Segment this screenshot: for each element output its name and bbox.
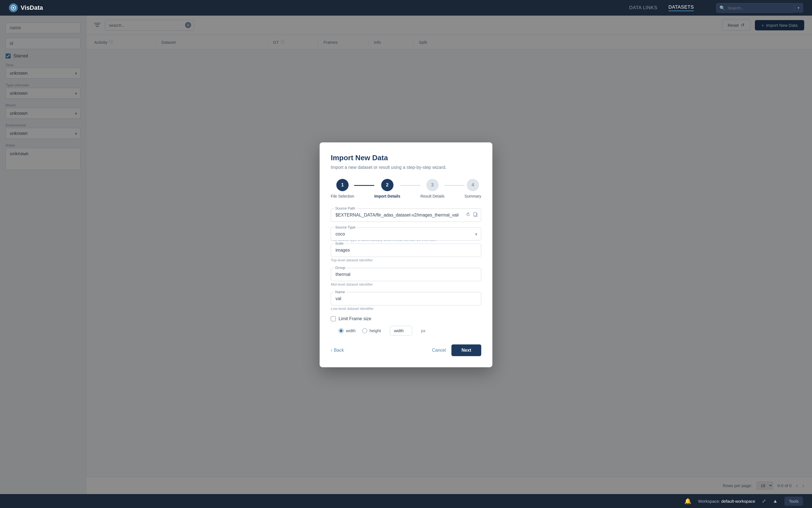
height-radio[interactable] [362,328,367,333]
group-sublabel: Mid-level dataset identifier [331,282,481,287]
brand-icon [9,3,18,12]
step-3-label: Result Details [421,194,444,199]
width-radio-item: width [339,328,355,333]
name-group: Name Low-level dataset identifier [331,292,481,311]
step-1: 1 File Selection [331,179,354,199]
step-2-circle: 2 [381,179,393,191]
suite-input[interactable] [331,244,481,257]
width-radio-label: width [346,328,355,333]
source-path-group: Source Path [331,208,481,222]
navbar-search-container: 🔍 ▾ [716,3,803,13]
brand: VisData [9,3,43,12]
back-chevron-icon: ‹ [331,348,332,353]
modal-title: Import New Data [331,154,481,162]
step-1-label: File Selection [331,194,354,199]
step-1-number: 1 [341,182,344,188]
back-label: Back [334,348,344,353]
refresh-icon[interactable] [466,212,471,218]
step-3: 3 Result Details [421,179,444,199]
status-bar: 🔔 Workspace: default-workspace ⤢ ▲ Tools [0,494,812,508]
navbar-search-input[interactable] [716,3,794,13]
source-path-input[interactable] [331,208,481,222]
step-connector-1-2 [354,185,374,186]
name-input[interactable] [331,292,481,305]
next-button[interactable]: Next [452,344,481,356]
height-radio-label: height [370,328,381,333]
step-4-circle: 4 [467,179,479,191]
notification-icon[interactable]: 🔔 [684,498,691,504]
svg-rect-6 [474,213,476,216]
group-input[interactable] [331,268,481,281]
step-connector-2-3 [400,185,421,186]
content-area: Starred Time unknown Type unknown unknow… [0,15,812,494]
height-radio-item: height [362,328,381,333]
limit-frame-checkbox[interactable] [331,316,336,321]
navbar-nav: DATA LINKS DATASETS 🔍 ▾ [629,3,803,13]
step-connector-3-4 [444,185,465,186]
group-label: Group [334,265,346,270]
step-4-number: 4 [471,182,474,188]
step-1-circle: 1 [336,179,349,191]
suite-sublabel: Top-level dataset identifier [331,258,481,262]
dimension-input[interactable] [390,326,412,336]
step-4: 4 Summary [465,179,481,199]
modal-subtitle: Import a new dataset or result using a s… [331,165,481,170]
modal-overlay[interactable]: Import New Data Import a new dataset or … [0,15,812,494]
px-label: px [421,328,426,333]
frame-size-options: width height px [339,326,481,336]
tools-button[interactable]: Tools [784,497,803,506]
group-group: Group Mid-level dataset identifier [331,268,481,287]
navbar: VisData DATA LINKS DATASETS 🔍 ▾ [0,0,812,15]
brand-name: VisData [20,4,43,11]
source-path-actions [466,212,478,218]
nav-datasets[interactable]: DATASETS [669,4,694,11]
modal-footer: ‹ Back Cancel Next [331,344,481,356]
name-sublabel: Low-level dataset identifier [331,306,481,311]
source-type-label: Source Type [334,225,357,229]
search-dropdown-button[interactable]: ▾ [794,3,803,12]
step-4-label: Summary [465,194,481,199]
search-icon: 🔍 [720,5,725,11]
copy-icon[interactable] [473,212,478,218]
cancel-button[interactable]: Cancel [427,345,452,355]
source-path-label: Source Path [334,206,356,210]
back-button[interactable]: ‹ Back [331,348,344,353]
source-type-select[interactable]: coco [331,227,481,241]
suite-group: Suite Top-level dataset identifier [331,244,481,262]
step-3-number: 3 [431,182,434,188]
limit-frame-row: Limit Frame size [331,316,481,321]
svg-point-1 [12,7,14,9]
source-type-group: Source Type coco The source type is auto… [331,227,481,242]
step-2: 2 Import Details [374,179,400,199]
step-2-label: Import Details [374,194,400,199]
stepper: 1 File Selection 2 Import Details 3 R [331,179,481,199]
workspace-text: Workspace: default-workspace [698,499,755,504]
step-3-circle: 3 [426,179,439,191]
name-label: Name [334,290,346,294]
source-type-select-wrapper: coco [331,227,481,241]
expand-icon[interactable]: ⤢ [762,498,766,504]
source-type-select-group: Source Type coco [331,227,481,241]
import-modal: Import New Data Import a new dataset or … [319,142,493,367]
limit-frame-label: Limit Frame size [339,316,371,321]
chevron-up-icon: ▲ [773,498,778,504]
width-radio[interactable] [339,328,344,333]
nav-data-links[interactable]: DATA LINKS [629,5,657,11]
suite-label: Suite [334,241,345,246]
step-2-number: 2 [386,182,388,188]
